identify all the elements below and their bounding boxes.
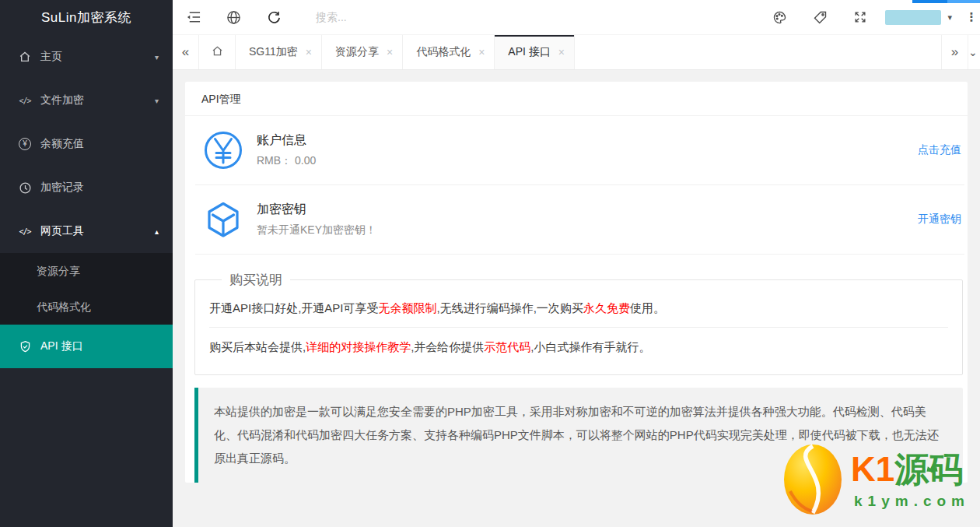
k1ym-brand: K1源码 [851,452,970,487]
theme-palette-icon[interactable] [759,0,800,35]
key-status: 暂未开通KEY加密密钥！ [257,223,376,237]
topbar: ▾ ⋮ [173,0,980,35]
refresh-icon[interactable] [254,0,294,35]
sidebar-submenu: 资源分享 代码格式化 [0,253,173,325]
purchase-line-2: 购买后本站会提供,详细的对接操作教学,并会给你提供示范代码,小白式操作有手就行。 [209,338,948,356]
purchase-notes-box: 购买说明 开通API接口好处,开通API可享受无余额限制,无线进行编码操作,一次… [194,271,963,375]
sidebar-item-recharge[interactable]: ¥ 余额充值 [0,122,173,166]
highlight-text: 永久免费 [583,301,630,314]
key-info-row: 加密密钥 暂未开通KEY加密密钥！ 开通密钥 [195,185,964,255]
crown-icon [926,444,939,478]
purchase-notes-legend: 购买说明 [222,271,290,289]
text-segment: 使用。 [630,301,665,314]
sidebar-item-label: 余额充值 [40,137,84,151]
tab-resource-share[interactable]: 资源分享 × [322,35,403,69]
sidebar-item-file-encrypt[interactable]: </> 文件加密 ▾ [0,79,173,122]
tab-label: SG11加密 [249,45,298,59]
sidebar: SuLin加密系统 主页 ▾ </> 文件加密 ▾ ¥ 余额充值 加密记录 </… [0,0,173,527]
sidebar-item-label: 文件加密 [40,93,84,107]
shield-check-icon [18,339,32,353]
code-icon: </> [18,93,32,107]
k1ym-domain: k1ym.com [851,493,970,510]
text-segment: ,无线进行编码操作,一次购买 [437,301,583,314]
username-redacted[interactable] [885,10,941,25]
topbar-right: ▾ ⋮ [759,0,980,35]
recharge-link[interactable]: 点击充值 [918,143,961,157]
yen-circle-icon [204,131,243,170]
open-key-link[interactable]: 开通密钥 [918,213,961,227]
text-segment: ,并会给你提供 [411,340,484,353]
cube-icon [204,200,243,239]
search-input[interactable] [316,11,464,23]
sidebar-item-web-tools[interactable]: </> 网页工具 ▴ [0,209,173,253]
sidebar-item-home[interactable]: 主页 ▾ [0,35,173,79]
top-progress-strip [912,0,980,3]
collapse-sidebar-icon[interactable] [173,0,213,35]
k1ym-logo-icon [782,443,843,519]
highlight-text: 示范代码 [484,340,530,353]
account-info-text: 账户信息 RMB： 0.00 [257,132,316,168]
key-info-text: 加密密钥 暂未开通KEY加密密钥！ [257,202,376,237]
k1ym-watermark: K1源码 k1ym.com [782,443,970,519]
text-segment: ,小白式操作有手就行。 [530,340,650,353]
text-segment: 开通API接口好处,开通API可享受 [209,301,379,314]
account-title: 账户信息 [257,132,316,149]
k1ym-wordmark: K1源码 k1ym.com [851,452,970,510]
tab-sg11[interactable]: SG11加密 × [236,35,322,69]
tabs-menu-icon[interactable]: ⌄ [968,35,980,69]
fullscreen-icon[interactable] [840,0,880,35]
tab-label: API 接口 [508,45,550,59]
text-segment: 购买后本站会提供, [209,340,306,353]
api-management-card: API管理 账户信息 RMB： 0.00 点击充值 加密密钥 暂未开通KEY加密… [185,82,968,483]
yen-circle-icon: ¥ [18,137,32,151]
tabbar: « SG11加密 × 资源分享 × 代码格式化 × API 接口 × » ⌄ [173,35,980,70]
sidebar-item-records[interactable]: 加密记录 [0,166,173,209]
divider [209,327,948,328]
clock-icon [18,181,32,195]
sidebar-item-code-format[interactable]: 代码格式化 [0,289,173,325]
close-icon[interactable]: × [478,46,485,58]
key-title: 加密密钥 [257,202,376,218]
chevron-down-icon: ▾ [155,53,159,61]
home-icon [18,50,32,64]
close-icon[interactable]: × [387,46,393,58]
tab-api[interactable]: API 接口 × [495,35,575,69]
chevron-up-icon: ▴ [155,227,159,236]
more-menu-icon[interactable]: ⋮ [964,10,978,24]
sidebar-item-label: API 接口 [40,339,82,353]
brand-k1: K1 [851,450,894,488]
main-content: API管理 账户信息 RMB： 0.00 点击充值 加密密钥 暂未开通KEY加密… [173,70,980,527]
sidebar-item-label: 主页 [40,50,62,64]
tab-label: 资源分享 [335,45,379,59]
home-icon [211,44,224,61]
account-balance: RMB： 0.00 [257,154,316,168]
close-icon[interactable]: × [306,46,312,58]
globe-icon[interactable] [213,0,254,35]
highlight-text: 无余额限制 [379,301,437,314]
account-info-row: 账户信息 RMB： 0.00 点击充值 [195,116,964,185]
sidebar-item-api[interactable]: API 接口 [0,325,173,368]
tab-code-format[interactable]: 代码格式化 × [403,35,495,69]
sidebar-item-label: 加密记录 [40,181,84,195]
page-title: API管理 [185,82,968,116]
close-icon[interactable]: × [558,46,565,58]
user-menu-caret-icon[interactable]: ▾ [947,12,952,23]
sidebar-item-resource-share[interactable]: 资源分享 [0,253,173,289]
tab-label: 代码格式化 [416,45,471,59]
sidebar-item-label: 网页工具 [40,224,84,238]
chevron-down-icon: ▾ [155,97,159,105]
highlight-text: 详细的对接操作教学 [306,340,411,353]
tabs-scroll-right-icon[interactable]: » [941,35,968,69]
code-icon: </> [18,224,32,238]
app-logo: SuLin加密系统 [0,0,173,35]
tabs-scroll-left-icon[interactable]: « [173,35,199,69]
purchase-line-1: 开通API接口好处,开通API可享受无余额限制,无线进行编码操作,一次购买永久免… [209,299,948,317]
tab-home[interactable] [199,35,236,69]
tag-icon[interactable] [800,0,840,35]
